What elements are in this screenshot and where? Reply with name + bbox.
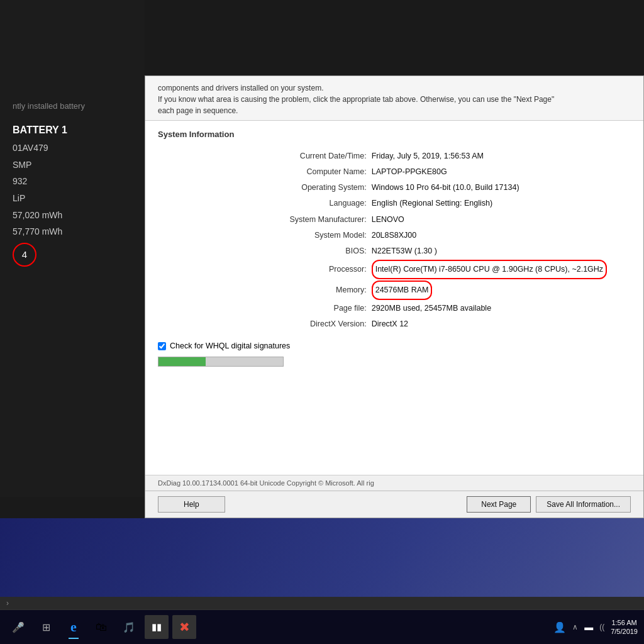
processor-highlight: Intel(R) Core(TM) i7-8650U CPU @ 1.90GHz… — [372, 260, 607, 279]
processor-value: Intel(R) Core(TM) i7-8650U CPU @ 1.90GHz… — [372, 260, 630, 279]
microphone-icon[interactable]: 🎤 — [6, 615, 30, 639]
edge-icon[interactable]: e — [62, 615, 86, 639]
action-buttons: Next Page Save All Information... — [467, 496, 631, 513]
whql-checkbox[interactable] — [158, 342, 166, 350]
dxdiag-button-row: Help Next Page Save All Information... — [145, 491, 643, 518]
media-icon[interactable]: 🎵 — [117, 615, 141, 639]
battery-mfr: SMP — [13, 157, 132, 174]
processor-label: Processor: — [159, 260, 370, 279]
close-icon[interactable]: ✖ — [172, 615, 196, 639]
directx-label: DirectX Version: — [159, 317, 370, 331]
memory-label: Memory: — [159, 280, 370, 300]
table-row: Current Date/Time: Friday, July 5, 2019,… — [159, 149, 630, 164]
task-view-icon[interactable]: ⊞ — [34, 615, 58, 639]
header-line3: each page in sequence. — [158, 105, 631, 116]
header-line1: components and drivers installed on your… — [158, 82, 631, 94]
computer-name-value: LAPTOP-PPGKE80G — [372, 165, 630, 179]
language-value: English (Regional Setting: English) — [372, 196, 630, 211]
dxdiag-content-area: System Information Current Date/Time: Fr… — [145, 121, 643, 475]
battery-design-cap: 57,020 mWh — [13, 207, 132, 224]
taskbar: › 🎤 ⊞ e 🛍 🎵 ▮▮ ✖ 👤 ∧ ▬ (( 1:56 AM7/5/201… — [0, 518, 644, 644]
bios-label: BIOS: — [159, 244, 370, 258]
battery-info-block: 01AV479 SMP 932 LiP 57,020 mWh 57,770 mW… — [13, 140, 132, 267]
battery-full-cap: 57,770 mWh — [13, 223, 132, 240]
screen: ntly installed battery BATTERY 1 01AV479… — [0, 0, 644, 644]
date-time-value: Friday, July 5, 2019, 1:56:53 AM — [372, 149, 630, 164]
table-row: Memory: 24576MB RAM — [159, 280, 630, 300]
progress-bar-container — [158, 357, 284, 367]
table-row: System Model: 20L8S8XJ00 — [159, 228, 630, 243]
sys-mfr-label: System Manufacturer: — [159, 213, 370, 227]
battery-header: BATTERY 1 — [13, 125, 132, 136]
sys-model-label: System Model: — [159, 228, 370, 243]
battery-tray-icon: ▬ — [584, 622, 593, 632]
expand-tray-icon[interactable]: ∧ — [572, 623, 578, 631]
clock: 1:56 AM7/5/2019 — [611, 618, 638, 636]
table-row: Operating System: Windows 10 Pro 64-bit … — [159, 180, 630, 195]
user-icon[interactable]: 👤 — [553, 621, 566, 633]
computer-name-label: Computer Name: — [159, 165, 370, 179]
table-row: System Manufacturer: LENOVO — [159, 213, 630, 227]
bios-value: N22ET53W (1.30 ) — [372, 244, 630, 258]
date-time-label: Current Date/Time: — [159, 149, 370, 164]
directx-value: DirectX 12 — [372, 317, 630, 331]
table-row: Language: English (Regional Setting: Eng… — [159, 196, 630, 211]
os-label: Operating System: — [159, 180, 370, 195]
network-icon: (( — [599, 623, 604, 631]
save-all-button[interactable]: Save All Information... — [536, 496, 631, 513]
next-page-button[interactable]: Next Page — [467, 496, 531, 513]
battery-cycle-count: 4 — [13, 243, 36, 267]
whql-label: Check for WHQL digital signatures — [170, 341, 290, 350]
os-value: Windows 10 Pro 64-bit (10.0, Build 17134… — [372, 180, 630, 195]
scrollbar-area[interactable]: › — [0, 597, 644, 609]
battery-num: 932 — [13, 173, 132, 190]
table-row: BIOS: N22ET53W (1.30 ) — [159, 244, 630, 258]
table-row: DirectX Version: DirectX 12 — [159, 317, 630, 331]
pagefile-value: 2920MB used, 25457MB available — [372, 301, 630, 316]
memory-highlight: 24576MB RAM — [372, 280, 433, 300]
dxdiag-footer: DxDiag 10.00.17134.0001 64-bit Unicode C… — [145, 475, 643, 491]
table-row: Page file: 2920MB used, 25457MB availabl… — [159, 301, 630, 316]
battery-id: 01AV479 — [13, 140, 132, 157]
pagefile-label: Page file: — [159, 301, 370, 316]
memory-value: 24576MB RAM — [372, 280, 630, 300]
section-title: System Information — [158, 130, 631, 139]
dxdiag-window: components and drivers installed on your… — [145, 75, 644, 518]
header-line2: If you know what area is causing the pro… — [158, 94, 631, 105]
desktop-background — [0, 518, 644, 597]
sidebar-partial-label: ntly installed battery — [13, 101, 132, 112]
terminal-icon[interactable]: ▮▮ — [145, 615, 169, 639]
help-button[interactable]: Help — [158, 496, 225, 513]
progress-bar-fill — [158, 357, 206, 366]
store-icon[interactable]: 🛍 — [89, 615, 113, 639]
language-label: Language: — [159, 196, 370, 211]
table-row: Computer Name: LAPTOP-PPGKE80G — [159, 165, 630, 179]
whql-checkbox-row[interactable]: Check for WHQL digital signatures — [158, 341, 631, 350]
dxdiag-header: components and drivers installed on your… — [145, 76, 643, 121]
taskbar-bar: 🎤 ⊞ e 🛍 🎵 ▮▮ ✖ 👤 ∧ ▬ (( 1:56 AM7/5/2019 — [0, 609, 644, 644]
sys-model-value: 20L8S8XJ00 — [372, 228, 630, 243]
table-row: Processor: Intel(R) Core(TM) i7-8650U CP… — [159, 260, 630, 279]
battery-sidebar: ntly installed battery BATTERY 1 01AV479… — [0, 0, 145, 497]
system-tray: 👤 ∧ ▬ (( 1:56 AM7/5/2019 — [553, 618, 638, 636]
sys-mfr-value: LENOVO — [372, 213, 630, 227]
battery-chem: LiP — [13, 190, 132, 207]
system-info-table: Current Date/Time: Friday, July 5, 2019,… — [158, 148, 631, 333]
